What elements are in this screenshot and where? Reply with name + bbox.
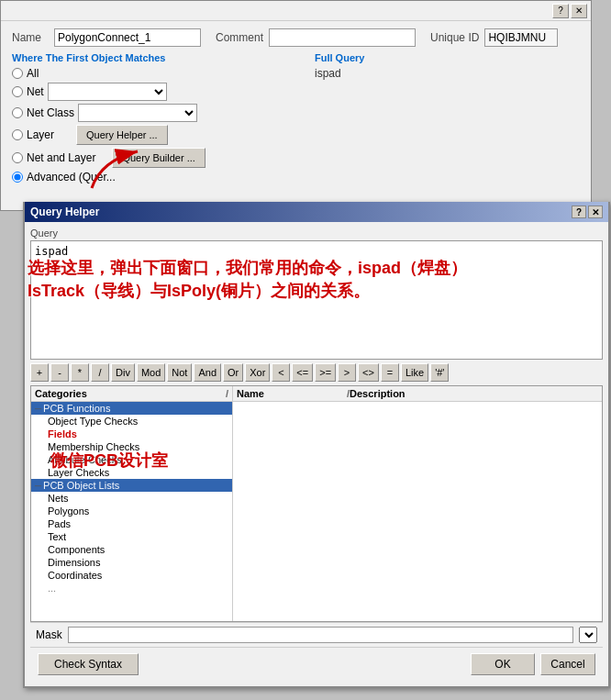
- right-col: Full Query ispad: [315, 52, 580, 186]
- query-builder-button[interactable]: Query Builder ...: [112, 148, 205, 168]
- radio-advanced-row: Advanced (Quer...: [12, 171, 296, 183]
- op-gt[interactable]: >: [338, 363, 356, 382]
- query-label: Query: [30, 228, 603, 239]
- name-row: Name Comment Unique ID: [12, 28, 580, 47]
- tree-item-coordinates[interactable]: Coordinates: [31, 569, 232, 582]
- bottom-right: OK Cancel: [471, 653, 595, 675]
- op-lt[interactable]: <: [272, 363, 290, 382]
- tree-item-object-type-checks[interactable]: Object Type Checks: [31, 415, 232, 428]
- close-button[interactable]: ✕: [571, 4, 587, 18]
- tree-item-layer-checks[interactable]: Layer Checks: [31, 466, 232, 479]
- comment-label: Comment: [216, 31, 263, 44]
- radio-netclass-label: Net Class: [27, 106, 74, 119]
- minus-icon-2: ─: [35, 481, 41, 491]
- tree-item-pcb-functions[interactable]: ─ PCB Functions: [31, 402, 232, 415]
- radio-all-row: All: [12, 67, 296, 80]
- name-input[interactable]: [54, 28, 201, 47]
- tree-item-fields[interactable]: Fields: [31, 428, 232, 440]
- main-dialog: ? ✕ Name Comment Unique ID Where The Fir…: [0, 0, 592, 211]
- bottom-bar: Check Syntax OK Cancel: [30, 647, 603, 681]
- radio-netandlayer-label: Net and Layer: [27, 151, 95, 164]
- op-multiply[interactable]: *: [71, 363, 89, 382]
- main-content: Name Comment Unique ID Where The First O…: [1, 21, 591, 194]
- minus-icon: ─: [35, 404, 41, 414]
- op-like[interactable]: Like: [401, 363, 428, 382]
- tree-item-pcb-object-lists[interactable]: ─ PCB Object Lists: [31, 479, 232, 492]
- op-minus[interactable]: -: [50, 363, 69, 382]
- right-panel: Name / Description: [233, 386, 602, 621]
- tree-pcb-functions-label: PCB Functions: [43, 403, 110, 414]
- op-hash[interactable]: '#': [430, 363, 449, 382]
- op-lte[interactable]: <=: [292, 363, 313, 382]
- radio-advanced[interactable]: [12, 172, 23, 183]
- radio-all-label: All: [27, 67, 39, 80]
- comment-input[interactable]: [269, 28, 416, 47]
- operator-row: + - * / Div Mod Not And Or Xor < <= >= >…: [30, 363, 603, 382]
- radio-layer-label: Layer: [27, 128, 54, 141]
- op-div[interactable]: Div: [111, 363, 135, 382]
- tree-item-text[interactable]: Text: [31, 530, 232, 543]
- op-eq[interactable]: =: [381, 363, 399, 382]
- tree-item-membership-checks[interactable]: Membership Checks: [31, 440, 232, 453]
- qh-body: Query ispad + - * / Div Mod Not And Or X…: [25, 222, 608, 686]
- cancel-button[interactable]: Cancel: [540, 653, 595, 675]
- right-header-desc: Description: [350, 388, 598, 399]
- help-button[interactable]: ?: [552, 4, 569, 18]
- radio-netclass-row: Net Class: [12, 106, 74, 119]
- tree-item-attribute-checks[interactable]: Attribute Checks: [31, 453, 232, 466]
- op-not[interactable]: Not: [167, 363, 192, 382]
- net-dropdown[interactable]: [48, 83, 167, 101]
- op-mod[interactable]: Mod: [137, 363, 165, 382]
- mask-dropdown[interactable]: [579, 627, 597, 643]
- tree-item-dimensions[interactable]: Dimensions: [31, 556, 232, 569]
- qh-title: Query Helper: [30, 206, 99, 218]
- netclass-dropdown[interactable]: [78, 104, 197, 122]
- tree-item-polygons[interactable]: Polygons: [31, 505, 232, 517]
- tree-header-cat: Categories: [35, 388, 226, 399]
- radio-netclass[interactable]: [12, 107, 23, 118]
- op-or[interactable]: Or: [223, 363, 243, 382]
- tree-item-nets[interactable]: Nets: [31, 492, 232, 505]
- op-gte[interactable]: >=: [315, 363, 336, 382]
- tree-item-components[interactable]: Components: [31, 543, 232, 556]
- query-textarea[interactable]: ispad: [31, 241, 602, 359]
- mask-input[interactable]: [68, 627, 573, 643]
- op-ne[interactable]: <>: [358, 363, 379, 382]
- tree-header: Categories /: [31, 386, 232, 402]
- radio-net[interactable]: [12, 86, 23, 97]
- radio-all[interactable]: [12, 68, 23, 79]
- right-header: Name / Description: [233, 386, 602, 402]
- uid-label: Unique ID: [430, 31, 479, 44]
- query-helper-button[interactable]: Query Helper ...: [76, 125, 168, 145]
- tree-panel[interactable]: Categories / ─ PCB Functions Object Type…: [31, 386, 233, 621]
- ok-button[interactable]: OK: [471, 653, 535, 675]
- qh-help-button[interactable]: ?: [572, 206, 586, 218]
- qh-titlebar-btns: ? ✕: [572, 206, 603, 218]
- radio-net-row: Net: [12, 85, 44, 98]
- main-titlebar: ? ✕: [1, 1, 591, 21]
- tree-item-pads[interactable]: Pads: [31, 517, 232, 530]
- radio-netandlayer[interactable]: [12, 152, 23, 163]
- op-divide[interactable]: /: [91, 363, 109, 382]
- query-helper-dialog: Query Helper ? ✕ Query ispad + - * / Div…: [23, 202, 610, 688]
- left-col: Where The First Object Matches All Net: [12, 52, 296, 186]
- radio-net-label: Net: [27, 85, 44, 98]
- section-label: Where The First Object Matches: [12, 52, 296, 63]
- check-syntax-button[interactable]: Check Syntax: [38, 653, 139, 675]
- name-label: Name: [12, 31, 49, 44]
- tree-item-more[interactable]: ...: [31, 582, 232, 594]
- op-plus[interactable]: +: [30, 363, 49, 382]
- uid-input[interactable]: [484, 28, 558, 47]
- mask-row: Mask: [30, 622, 603, 647]
- op-xor[interactable]: Xor: [245, 363, 270, 382]
- radio-advanced-label: Advanced (Quer...: [27, 171, 116, 183]
- lower-area: Categories / ─ PCB Functions Object Type…: [30, 385, 603, 622]
- two-col: Where The First Object Matches All Net: [12, 52, 580, 186]
- full-query-value: ispad: [315, 67, 580, 80]
- radio-netandlayer-row: Net and Layer Query Builder ...: [12, 148, 296, 168]
- radio-layer[interactable]: [12, 129, 23, 140]
- qh-close-button[interactable]: ✕: [588, 206, 603, 218]
- right-header-name: Name: [237, 388, 347, 399]
- radio-layer-row: Layer Query Helper ...: [12, 125, 296, 145]
- op-and[interactable]: And: [194, 363, 221, 382]
